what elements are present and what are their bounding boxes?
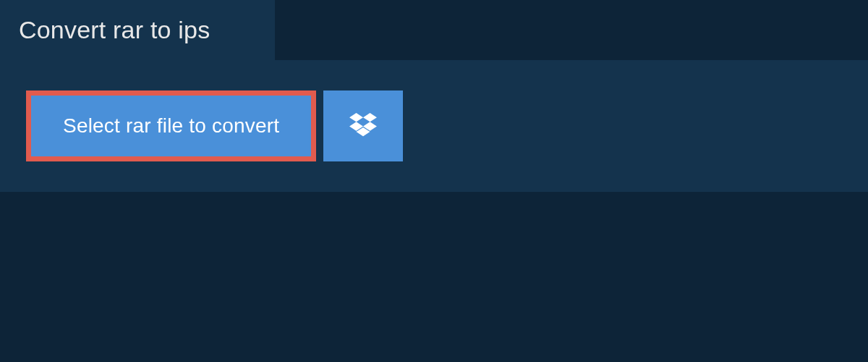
page-container: Convert rar to ips Select rar file to co… <box>0 0 868 362</box>
tab-header: Convert rar to ips <box>0 0 275 60</box>
tab-title: Convert rar to ips <box>19 16 252 44</box>
dropbox-icon <box>349 113 377 139</box>
select-file-button[interactable]: Select rar file to convert <box>26 90 316 161</box>
dropbox-button[interactable] <box>323 90 403 161</box>
button-row: Select rar file to convert <box>26 90 842 161</box>
main-panel: Select rar file to convert <box>0 60 868 192</box>
select-file-label: Select rar file to convert <box>63 114 279 138</box>
